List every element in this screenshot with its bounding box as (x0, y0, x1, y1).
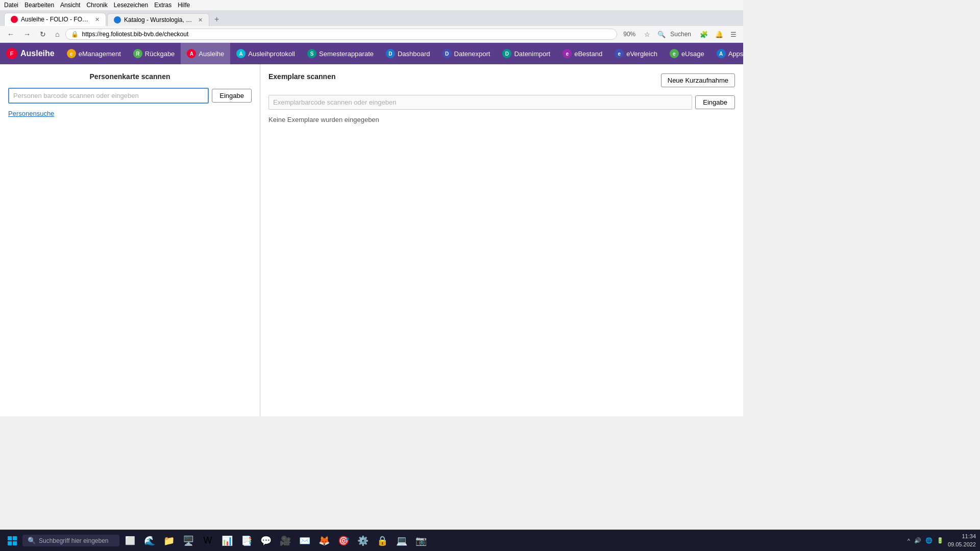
search-label[interactable]: Suchen (670, 31, 691, 38)
tab-katalog[interactable]: Katalog - Wurstologia, oder E... ✕ (107, 13, 209, 26)
tab-close-1[interactable]: ✕ (95, 16, 100, 23)
nav-rueckgabe-label: Rückgabe (145, 50, 175, 58)
eusage-icon: e (670, 49, 679, 58)
personensuche-link[interactable]: Personensuche (8, 110, 252, 117)
browser-toolbar: ← → ↻ ⌂ 🔒 90% ☆ 🔍 Suchen 🧩 🔔 ☰ (0, 26, 743, 43)
left-panel: Personenkarte scannen Eingabe Personensu… (0, 64, 260, 416)
tab-close-2[interactable]: ✕ (198, 17, 203, 23)
ebestand-icon: e (562, 49, 572, 58)
tab-label-2: Katalog - Wurstologia, oder E... (124, 16, 193, 23)
exemplar-barcode-input[interactable] (268, 95, 692, 110)
search-icon[interactable]: 🔍 (655, 29, 668, 40)
nav-apps-label: Apps (728, 50, 743, 58)
menu-bearbeiten[interactable]: Bearbeiten (24, 2, 54, 9)
back-button[interactable]: ← (4, 29, 17, 40)
right-panel: Exemplare scannen Neue Kurzaufnahme Eing… (260, 64, 743, 416)
menu-datei[interactable]: Datei (4, 2, 18, 9)
nav-semesterapparate[interactable]: S Semesterapparate (301, 43, 380, 64)
zoom-level: 90% (620, 31, 639, 38)
nav-apps[interactable]: A Apps ▾ (710, 43, 743, 64)
exemplar-scan-row: Eingabe (268, 95, 735, 110)
evergleich-icon: e (615, 49, 624, 58)
emanagement-icon: e (67, 49, 76, 58)
nav-datenimport[interactable]: D Datenimport (496, 43, 556, 64)
bookmark-icon[interactable]: ☆ (642, 29, 653, 40)
nav-ebestand[interactable]: e eBestand (556, 43, 608, 64)
browser-window: Datei Bearbeiten Ansicht Chronik Lesezei… (0, 0, 743, 416)
nav-ausleihprotokoll[interactable]: A Ausleihprotokoll (230, 43, 301, 64)
toolbar-icons: ☆ 🔍 Suchen 🧩 🔔 ☰ (642, 29, 739, 40)
lock-icon: 🔒 (71, 31, 79, 38)
nav-eusage-label: eUsage (681, 50, 704, 58)
nav-emanagement[interactable]: e eManagement (61, 43, 127, 64)
home-button[interactable]: ⌂ (52, 29, 62, 40)
menu-extras[interactable]: Extras (154, 2, 172, 9)
alert-icon[interactable]: 🔔 (713, 29, 726, 40)
tab-favicon-1 (11, 16, 18, 23)
app-logo: F Ausleihe (4, 48, 61, 59)
neue-kurzaufnahme-button[interactable]: Neue Kurzaufnahme (661, 73, 735, 87)
nav-datenexport-label: Datenexport (454, 50, 491, 58)
url-input[interactable] (82, 31, 611, 38)
extensions-icon[interactable]: 🧩 (697, 29, 710, 40)
nav-datenimport-label: Datenimport (514, 50, 550, 58)
datenexport-icon: D (443, 49, 452, 58)
person-eingabe-button[interactable]: Eingabe (212, 89, 252, 103)
ausleihe-icon: A (187, 49, 196, 58)
no-items-message: Keine Exemplare wurden eingegeben (268, 116, 735, 123)
new-tab-button[interactable]: + (210, 13, 223, 26)
semesterapparate-icon: S (307, 49, 316, 58)
ausleihprotokoll-icon: A (236, 49, 246, 58)
menu-icon[interactable]: ☰ (728, 29, 739, 40)
content-area: Personenkarte scannen Eingabe Personensu… (0, 64, 743, 416)
tab-favicon-2 (114, 16, 121, 23)
nav-ebestand-label: eBestand (574, 50, 602, 58)
nav-evergleich[interactable]: e eVergleich (608, 43, 664, 64)
person-scan-row: Eingabe (8, 88, 252, 104)
nav-datenexport[interactable]: D Datenexport (436, 43, 497, 64)
menu-ansicht[interactable]: Ansicht (60, 2, 80, 9)
nav-ausleihe[interactable]: A Ausleihe (181, 43, 230, 64)
forward-button[interactable]: → (20, 29, 34, 40)
right-panel-header: Exemplare scannen Neue Kurzaufnahme (268, 72, 735, 88)
nav-dashboard-label: Dashboard (398, 50, 430, 58)
nav-ausleihe-label: Ausleihe (199, 50, 224, 58)
rueckgabe-icon: R (133, 49, 142, 58)
exemplar-eingabe-button[interactable]: Eingabe (695, 95, 735, 109)
menu-lesezeichen[interactable]: Lesezeichen (114, 2, 148, 9)
refresh-button[interactable]: ↻ (37, 29, 49, 40)
tab-ausleihe[interactable]: Ausleihe - FOLIO - FOLIO ✕ (4, 13, 106, 26)
nav-evergleich-label: eVergleich (626, 50, 657, 58)
tab-bar: Ausleihe - FOLIO - FOLIO ✕ Katalog - Wur… (0, 11, 743, 26)
left-panel-title: Personenkarte scannen (8, 72, 252, 81)
nav-items: e eManagement R Rückgabe A Ausleihe A Au… (61, 43, 743, 64)
nav-eusage[interactable]: e eUsage (664, 43, 710, 64)
person-barcode-input[interactable] (8, 88, 209, 104)
dashboard-icon: D (386, 49, 395, 58)
right-panel-title: Exemplare scannen (268, 72, 336, 81)
nav-emanagement-label: eManagement (79, 50, 121, 58)
menu-chronik[interactable]: Chronik (86, 2, 107, 9)
app-logo-icon: F (6, 48, 17, 59)
nav-dashboard[interactable]: D Dashboard (380, 43, 436, 64)
menu-hilfe[interactable]: Hilfe (178, 2, 190, 9)
tab-label-1: Ausleihe - FOLIO - FOLIO (21, 16, 90, 23)
apps-icon: A (717, 49, 726, 58)
app-logo-text: Ausleihe (20, 49, 55, 58)
nav-ausleihprotokoll-label: Ausleihprotokoll (248, 50, 295, 58)
nav-rueckgabe[interactable]: R Rückgabe (127, 43, 181, 64)
datenimport-icon: D (502, 49, 511, 58)
browser-menu-bar: Datei Bearbeiten Ansicht Chronik Lesezei… (0, 0, 743, 11)
app-bar: F Ausleihe e eManagement R Rückgabe A Au… (0, 43, 743, 64)
url-bar[interactable]: 🔒 (65, 29, 617, 40)
nav-semesterapparate-label: Semesterapparate (319, 50, 374, 58)
